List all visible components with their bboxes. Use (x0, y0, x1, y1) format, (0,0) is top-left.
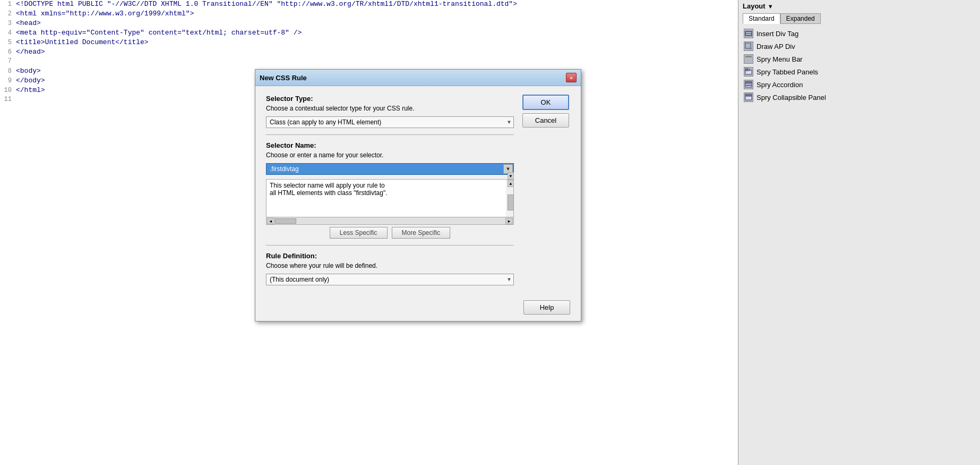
spry-tabbed-icon (744, 67, 753, 77)
svg-rect-13 (745, 94, 752, 96)
layout-tabs: Standard Expanded (738, 12, 980, 24)
less-specific-button[interactable]: Less Specific (330, 227, 388, 239)
svg-rect-4 (745, 56, 752, 57)
code-line: 2<html xmlns="http://www.w3.org/1999/xht… (0, 10, 738, 19)
code-line: 3<head> (0, 19, 738, 29)
panel-items: Insert Div Tag Draw AP Div Spry Menu Bar… (738, 24, 980, 107)
scroll-right-arrow[interactable]: ► (505, 218, 513, 224)
code-line: 1<!DOCTYPE html PUBLIC "-//W3C//DTD XHTM… (0, 0, 738, 10)
selector-name-desc: Choose or enter a name for your selector… (266, 151, 514, 159)
svg-rect-12 (745, 86, 752, 87)
dialog-title: New CSS Rule (260, 74, 307, 82)
spry-accordion-label: Spry Accordion (757, 81, 803, 89)
specificity-buttons: Less Specific More Specific (266, 227, 514, 239)
svg-rect-8 (745, 69, 747, 71)
rule-definition-select[interactable]: (This document only) New Style Sheet Fil… (266, 274, 514, 285)
panel-item-spry-tabbed[interactable]: Spry Tabbed Panels (741, 65, 978, 78)
code-line: 4<meta http-equiv="Content-Type" content… (0, 29, 738, 38)
spry-menu-icon (744, 54, 753, 64)
insert-div-icon (744, 29, 753, 38)
help-button[interactable]: Help (523, 300, 570, 315)
panel-item-draw-ap[interactable]: Draw AP Div (741, 40, 978, 53)
dialog-body: Selector Type: Choose a contextual selec… (255, 86, 581, 300)
selector-name-label: Selector Name: (266, 141, 514, 149)
spry-tabbed-label: Spry Tabbed Panels (757, 68, 818, 76)
dialog-main-content: Selector Type: Choose a contextual selec… (266, 95, 514, 292)
selector-type-select[interactable]: Class (can apply to any HTML element) ID… (266, 116, 514, 128)
selector-type-desc: Choose a contextual selector type for yo… (266, 105, 514, 112)
selector-type-wrapper: Class (can apply to any HTML element) ID… (266, 116, 514, 128)
svg-rect-3 (750, 47, 752, 49)
draw-ap-label: Draw AP Div (757, 43, 795, 50)
right-panel: Layout ▼ Standard Expanded Insert Div Ta… (738, 0, 980, 465)
rule-definition-label: Rule Definition: (266, 252, 514, 260)
spry-collapsible-icon (744, 92, 753, 102)
selector-name-input-wrapper: ▼ (266, 163, 514, 175)
rule-definition-wrapper: (This document only) New Style Sheet Fil… (266, 274, 514, 285)
tab-standard[interactable]: Standard (743, 13, 780, 24)
ok-button[interactable]: OK (522, 95, 569, 110)
info-text: This selector name will apply your rule … (267, 180, 506, 217)
selector-name-input[interactable] (266, 163, 514, 175)
divider-2 (266, 245, 514, 246)
selector-type-label: Selector Type: (266, 95, 514, 103)
svg-rect-6 (745, 60, 752, 61)
code-line: 7 (0, 57, 738, 67)
spry-menu-label: Spry Menu Bar (757, 55, 803, 63)
layout-label: Layout (743, 2, 766, 10)
info-area-container: This selector name will apply your rule … (266, 179, 514, 225)
panel-item-insert-div[interactable]: Insert Div Tag (741, 27, 978, 40)
code-line: 5<title>Untitled Document</title> (0, 38, 738, 48)
scroll-thumb-h[interactable] (275, 218, 296, 224)
panel-item-spry-collapsible[interactable]: Spry Collapsible Panel (741, 91, 978, 104)
rule-definition-desc: Choose where your rule will be defined. (266, 262, 514, 269)
scroll-up-arrow[interactable]: ▲ (508, 180, 514, 187)
code-line: 6</head> (0, 48, 738, 57)
svg-rect-5 (745, 58, 752, 59)
horizontal-scrollbar[interactable]: ◄ ► (266, 217, 514, 225)
spry-collapsible-label: Spry Collapsible Panel (757, 94, 826, 102)
scroll-down-arrow[interactable]: ▼ (508, 172, 514, 180)
new-css-rule-dialog: New CSS Rule ✕ Selector Type: Choose a c… (255, 69, 581, 322)
tab-expanded[interactable]: Expanded (780, 13, 821, 24)
svg-rect-14 (745, 96, 752, 100)
dialog-action-buttons: OK Cancel (522, 95, 570, 292)
svg-rect-11 (745, 83, 752, 85)
svg-rect-10 (745, 81, 752, 83)
panel-item-spry-menu[interactable]: Spry Menu Bar (741, 53, 978, 65)
layout-chevron: ▼ (768, 3, 773, 10)
dialog-titlebar: New CSS Rule ✕ (255, 70, 581, 86)
info-area: This selector name will apply your rule … (266, 179, 514, 217)
cancel-button[interactable]: Cancel (522, 113, 569, 128)
divider-1 (266, 134, 514, 135)
panel-item-spry-accordion[interactable]: Spry Accordion (741, 78, 978, 91)
draw-ap-icon (744, 41, 753, 51)
insert-div-label: Insert Div Tag (757, 30, 798, 38)
spry-accordion-icon (744, 80, 753, 89)
more-specific-button[interactable]: More Specific (392, 227, 451, 239)
dialog-close-button[interactable]: ✕ (566, 73, 577, 82)
help-area: Help (255, 300, 581, 321)
scroll-left-arrow[interactable]: ◄ (267, 218, 274, 224)
svg-rect-9 (747, 69, 750, 71)
scroll-thumb-v[interactable] (508, 195, 514, 210)
